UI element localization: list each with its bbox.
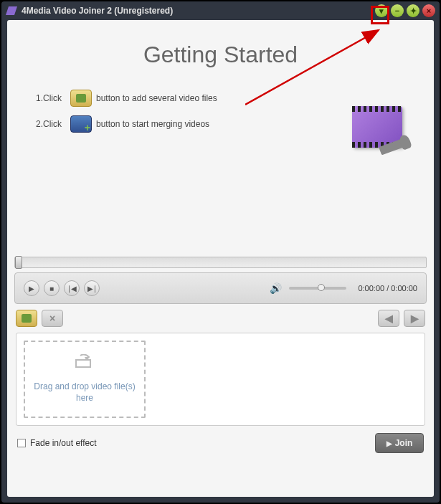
stop-button[interactable]: ■ [44, 280, 60, 296]
fade-label: Fade in/out effect [30, 438, 97, 448]
close-button[interactable]: × [422, 4, 435, 17]
play-button[interactable]: ▶ [24, 280, 39, 296]
add-files-icon [70, 90, 92, 107]
step-2: 2.Click button to start merging videos [36, 115, 405, 133]
join-label: Join [395, 438, 413, 448]
app-logo-icon [6, 6, 17, 15]
remove-file-button[interactable]: × [42, 310, 63, 327]
merge-icon [70, 115, 92, 133]
annotation-arrow-icon [245, 27, 389, 106]
timeline-track[interactable] [14, 257, 427, 268]
file-list: Drag and drop video file(s) here [16, 333, 425, 426]
dropzone-icon [70, 354, 99, 377]
prev-button[interactable]: ∣◀ [64, 280, 80, 296]
maximize-button[interactable]: ✦ [407, 4, 419, 17]
next-button[interactable]: ▶∣ [84, 280, 100, 296]
window-title: 4Media Video Joiner 2 (Unregistered) [22, 6, 375, 16]
svg-line-0 [245, 30, 379, 105]
move-right-button[interactable]: ▶ [404, 310, 425, 327]
add-file-button[interactable] [16, 310, 37, 327]
join-button[interactable]: ▶ Join [375, 433, 424, 453]
join-icon: ▶ [387, 439, 392, 447]
step-2-prefix: 2.Click [36, 119, 62, 129]
dropzone-label: Drag and drop video file(s) here [25, 381, 144, 404]
volume-icon: 🔊 [270, 282, 282, 294]
annotation-highlight [371, 6, 389, 24]
step-2-suffix: button to start merging videos [96, 119, 209, 129]
bottom-bar: Fade in/out effect ▶ Join [7, 426, 434, 460]
move-left-button[interactable]: ◀ [378, 310, 399, 327]
file-toolbar: × ◀ ▶ [7, 304, 434, 333]
minimize-button[interactable]: − [391, 4, 404, 17]
dropzone[interactable]: Drag and drop video file(s) here [24, 341, 146, 418]
step-1-prefix: 1.Click [36, 93, 62, 103]
video-tool-illustration [352, 106, 402, 148]
app-window: 4Media Video Joiner 2 (Unregistered) ▾ −… [1, 1, 440, 503]
player-bar: ▶ ■ ∣◀ ▶∣ 🔊 0:00:00 / 0:00:00 [14, 272, 427, 304]
step-1-suffix: button to add several video files [96, 93, 217, 103]
fade-checkbox[interactable] [17, 439, 26, 447]
volume-knob[interactable] [318, 284, 325, 291]
timeline-handle[interactable] [15, 256, 22, 269]
time-display: 0:00:00 / 0:00:00 [358, 284, 417, 293]
volume-slider[interactable] [289, 287, 346, 290]
